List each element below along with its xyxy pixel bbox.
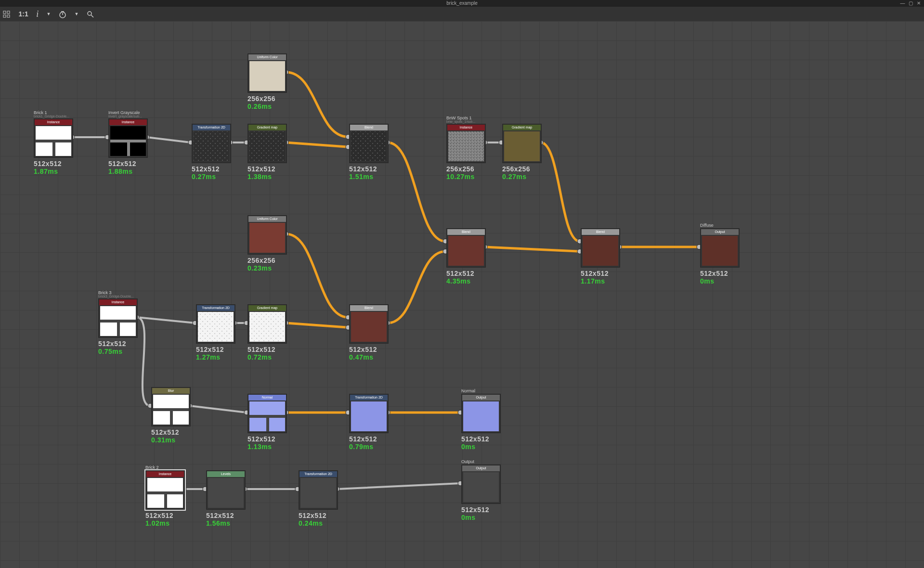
node-ucol2[interactable]: Uniform Color256x2560.23ms: [247, 215, 287, 255]
node-blend2[interactable]: Blend512x5124.35ms: [446, 228, 486, 268]
node-box[interactable]: Instance: [446, 124, 486, 163]
node-trans2[interactable]: Transformation 2D512x5121.27ms: [196, 304, 235, 344]
node-box[interactable]: Blend: [349, 304, 389, 344]
node-box[interactable]: Output: [461, 465, 501, 504]
actual-size-button[interactable]: 1:1: [15, 7, 31, 21]
node-caption: BnW Spots 1bnw_spots_1/sub...: [446, 116, 475, 123]
svg-point-7: [88, 12, 91, 15]
node-resolution: 512x512: [192, 165, 220, 173]
node-grad2[interactable]: Gradient map256x2560.27ms: [502, 124, 542, 163]
node-out3[interactable]: OutputOutput512x5120ms: [461, 465, 501, 504]
node-thumbnail: [249, 61, 285, 91]
node-box[interactable]: Gradient map: [247, 304, 287, 344]
node-trans4[interactable]: Transformation 2D512x5120.24ms: [299, 470, 338, 510]
dropdown-2[interactable]: ▼: [71, 7, 81, 21]
node-box[interactable]: Gradient map: [502, 124, 542, 163]
node-thumbnail: [300, 478, 336, 508]
node-grad3[interactable]: Gradient map512x5120.72ms: [247, 304, 287, 344]
node-box[interactable]: Normal: [247, 394, 287, 433]
node-header: Blur: [152, 388, 190, 394]
node-box[interactable]: Transformation 2D: [299, 470, 338, 510]
node-header: Blend: [447, 229, 485, 235]
node-brick2[interactable]: Brick 2Instance512x5121.02ms: [145, 470, 185, 510]
node-box[interactable]: Blend: [349, 124, 389, 163]
node-ucol1[interactable]: Uniform Color256x2560.26ms: [247, 53, 287, 93]
node-resolution: 256x256: [446, 165, 475, 173]
node-resolution: 512x512: [349, 165, 377, 173]
node-bnw1[interactable]: BnW Spots 1bnw_spots_1/sub...Instance256…: [446, 124, 486, 163]
node-info: 512x5120.79ms: [349, 435, 377, 451]
node-resolution: 512x512: [247, 346, 275, 353]
node-timing: 1.17ms: [581, 277, 609, 285]
node-info: 512x5120.47ms: [349, 346, 377, 361]
node-info: 512x5120ms: [461, 435, 489, 451]
node-info: 512x5121.88ms: [108, 160, 136, 175]
node-box[interactable]: Blend: [581, 228, 620, 268]
node-box[interactable]: Blend: [446, 228, 486, 268]
node-box[interactable]: Blur: [151, 387, 191, 426]
node-caption: Diffuse: [700, 223, 714, 228]
node-blend1[interactable]: Blend512x5121.51ms: [349, 124, 389, 163]
node-trans1[interactable]: Transformation 2D512x5120.27ms: [192, 124, 231, 163]
node-info: 512x5120.24ms: [299, 512, 326, 527]
node-box[interactable]: Instance: [108, 118, 148, 158]
node-thumbnail: [702, 236, 738, 266]
node-header: Instance: [99, 299, 137, 305]
node-thumbnail: [448, 236, 484, 266]
node-header: Output: [701, 229, 739, 235]
node-box[interactable]: Transformation 2D: [192, 124, 231, 163]
node-graph-canvas[interactable]: Uniform Color256x2560.26msBrick 1brick1_…: [0, 21, 924, 568]
node-out1[interactable]: DiffuseOutput512x5120ms: [700, 228, 740, 268]
node-thumbnail: [583, 236, 618, 266]
node-box[interactable]: Levels: [206, 470, 246, 510]
minimize-icon[interactable]: —: [899, 0, 906, 7]
info-button[interactable]: i: [33, 7, 41, 21]
node-brick3[interactable]: Brick 3brick3_Gridge-Double...Instance51…: [98, 298, 138, 338]
node-out2[interactable]: NormalOutput512x5120ms: [461, 394, 501, 433]
node-resolution: 512x512: [196, 346, 224, 353]
node-box[interactable]: Gradient map: [247, 124, 287, 163]
node-header: Gradient map: [248, 305, 286, 311]
node-box[interactable]: Instance: [145, 470, 185, 510]
node-box[interactable]: Output: [461, 394, 501, 433]
node-box[interactable]: Transformation 2D: [196, 304, 235, 344]
node-box[interactable]: Uniform Color: [247, 53, 287, 93]
node-box[interactable]: Transformation 2D: [349, 394, 389, 433]
node-resolution: 512x512: [151, 428, 179, 436]
node-brick1[interactable]: Brick 1brick1_Gridge-Double...Instance51…: [34, 118, 73, 158]
node-blur1[interactable]: Blur512x5120.31ms: [151, 387, 191, 426]
dropdown-1[interactable]: ▼: [44, 7, 54, 21]
node-thumbnail: [448, 131, 484, 161]
node-resolution: 512x512: [700, 270, 728, 277]
node-resolution: 512x512: [581, 270, 609, 277]
node-normal1[interactable]: Normal512x5121.13ms: [247, 394, 287, 433]
node-timing: 0.24ms: [299, 519, 326, 527]
node-resolution: 512x512: [461, 506, 489, 514]
node-timing: 1.87ms: [34, 168, 62, 175]
node-blend4[interactable]: Blend512x5120.47ms: [349, 304, 389, 344]
node-levels1[interactable]: Levels512x5121.56ms: [206, 470, 246, 510]
node-timing: 0.72ms: [247, 353, 275, 361]
node-invert1[interactable]: Invert Grayscaleinvert_grayscale/sub...I…: [108, 118, 148, 158]
node-timing: 10.27ms: [446, 173, 475, 181]
node-info: 512x5121.87ms: [34, 160, 62, 175]
node-resolution: 512x512: [349, 346, 377, 353]
search-button[interactable]: [84, 7, 97, 21]
node-thumbnail: [110, 126, 146, 156]
close-icon[interactable]: ✕: [915, 0, 922, 7]
node-trans3[interactable]: Transformation 2D512x5120.79ms: [349, 394, 389, 433]
node-thumbnail: [100, 306, 136, 336]
fit-view-button[interactable]: [0, 7, 13, 21]
node-header: Instance: [109, 119, 147, 125]
node-box[interactable]: Instance: [34, 118, 73, 158]
node-box[interactable]: Instance: [98, 298, 138, 338]
node-blend3[interactable]: Blend512x5121.17ms: [581, 228, 620, 268]
node-timing: 1.88ms: [108, 168, 136, 175]
maximize-icon[interactable]: ▢: [907, 0, 914, 7]
timer-button[interactable]: [56, 7, 69, 21]
node-header: Transformation 2D: [193, 125, 230, 130]
node-info: 512x5120ms: [700, 270, 728, 285]
node-box[interactable]: Uniform Color: [247, 215, 287, 255]
node-grad1[interactable]: Gradient map512x5121.38ms: [247, 124, 287, 163]
node-box[interactable]: Output: [700, 228, 740, 268]
